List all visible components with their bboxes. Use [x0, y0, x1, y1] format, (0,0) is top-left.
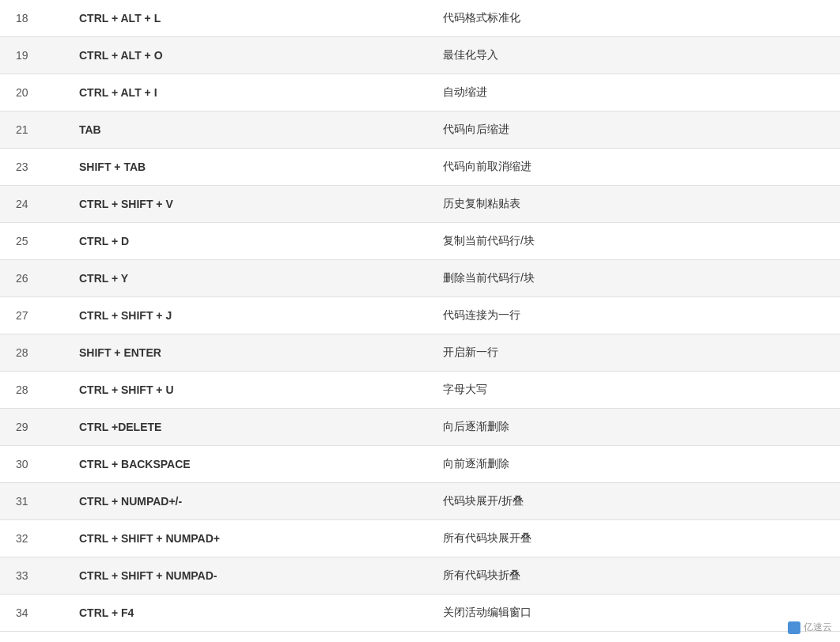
row-number: 28 — [0, 334, 63, 372]
shortcut-key: TAB — [63, 111, 427, 149]
table-row: 18CTRL + ALT + L代码格式标准化 — [0, 0, 840, 37]
row-number: 33 — [0, 557, 63, 595]
row-number: 30 — [0, 446, 63, 483]
table-row: 20CTRL + ALT + I自动缩进 — [0, 74, 840, 111]
table-row: 30CTRL + BACKSPACE向前逐渐删除 — [0, 446, 840, 483]
shortcut-description: 向前逐渐删除 — [427, 446, 840, 483]
shortcut-description: 所有代码块展开叠 — [427, 520, 840, 557]
table-row: 33CTRL + SHIFT + NUMPAD-所有代码块折叠 — [0, 557, 840, 595]
row-number: 32 — [0, 520, 63, 557]
table-row: 21TAB代码向后缩进 — [0, 111, 840, 149]
main-container: 18CTRL + ALT + L代码格式标准化19CTRL + ALT + O最… — [0, 0, 840, 642]
shortcut-description: 复制当前代码行/块 — [427, 223, 840, 260]
shortcut-key: CTRL + NUMPAD+/- — [63, 483, 427, 520]
table-row: 28CTRL + SHIFT + U字母大写 — [0, 372, 840, 409]
shortcut-description: 代码块展开/折叠 — [427, 483, 840, 520]
table-row: 27CTRL + SHIFT + J代码连接为一行 — [0, 297, 840, 334]
table-row: 19CTRL + ALT + O最佳化导入 — [0, 37, 840, 74]
table-row: 26CTRL + Y删除当前代码行/块 — [0, 260, 840, 297]
shortcut-key: SHIFT + ENTER — [63, 334, 427, 372]
row-number: 28 — [0, 372, 63, 409]
shortcut-key: CTRL + ALT + I — [63, 74, 427, 111]
shortcut-key: CTRL + D — [63, 223, 427, 260]
shortcut-description: 历史复制粘贴表 — [427, 186, 840, 223]
shortcut-key: CTRL + Y — [63, 260, 427, 297]
shortcut-key: CTRL + SHIFT + NUMPAD+ — [63, 520, 427, 557]
row-number: 19 — [0, 37, 63, 74]
row-number: 26 — [0, 260, 63, 297]
table-row: 25CTRL + D复制当前代码行/块 — [0, 223, 840, 260]
table-row: 28SHIFT + ENTER开启新一行 — [0, 334, 840, 372]
shortcut-description: 最佳化导入 — [427, 37, 840, 74]
shortcut-key: CTRL + BACKSPACE — [63, 446, 427, 483]
shortcut-description: 删除当前代码行/块 — [427, 260, 840, 297]
shortcut-key: CTRL +DELETE — [63, 409, 427, 446]
shortcut-description: 代码连接为一行 — [427, 297, 840, 334]
row-number: 20 — [0, 74, 63, 111]
shortcut-description: 代码向后缩进 — [427, 111, 840, 149]
row-number: 24 — [0, 186, 63, 223]
row-number: 18 — [0, 0, 63, 37]
shortcuts-table: 18CTRL + ALT + L代码格式标准化19CTRL + ALT + O最… — [0, 0, 840, 632]
row-number: 23 — [0, 149, 63, 186]
shortcut-key: CTRL + F4 — [63, 595, 427, 632]
shortcut-description: 字母大写 — [427, 372, 840, 409]
shortcut-description: 开启新一行 — [427, 334, 840, 372]
shortcut-key: CTRL + SHIFT + J — [63, 297, 427, 334]
logo-icon — [788, 621, 800, 634]
shortcut-key: CTRL + SHIFT + U — [63, 372, 427, 409]
row-number: 27 — [0, 297, 63, 334]
row-number: 34 — [0, 595, 63, 632]
shortcut-key: CTRL + SHIFT + V — [63, 186, 427, 223]
logo-text: 亿速云 — [804, 621, 832, 634]
shortcut-description: 自动缩进 — [427, 74, 840, 111]
shortcut-description: 关闭活动编辑窗口 — [427, 595, 840, 632]
shortcut-key: CTRL + ALT + O — [63, 37, 427, 74]
shortcut-description: 代码格式标准化 — [427, 0, 840, 37]
shortcut-description: 向后逐渐删除 — [427, 409, 840, 446]
table-row: 31CTRL + NUMPAD+/-代码块展开/折叠 — [0, 483, 840, 520]
shortcut-description: 代码向前取消缩进 — [427, 149, 840, 186]
shortcut-key: SHIFT + TAB — [63, 149, 427, 186]
shortcut-key: CTRL + ALT + L — [63, 0, 427, 37]
row-number: 21 — [0, 111, 63, 149]
table-row: 32CTRL + SHIFT + NUMPAD+所有代码块展开叠 — [0, 520, 840, 557]
row-number: 25 — [0, 223, 63, 260]
shortcut-key: CTRL + SHIFT + NUMPAD- — [63, 557, 427, 595]
table-row: 29CTRL +DELETE向后逐渐删除 — [0, 409, 840, 446]
row-number: 29 — [0, 409, 63, 446]
table-row: 34CTRL + F4关闭活动编辑窗口 — [0, 595, 840, 632]
row-number: 31 — [0, 483, 63, 520]
shortcut-description: 所有代码块折叠 — [427, 557, 840, 595]
table-row: 24CTRL + SHIFT + V历史复制粘贴表 — [0, 186, 840, 223]
table-row: 23SHIFT + TAB代码向前取消缩进 — [0, 149, 840, 186]
footer-logo: 亿速云 — [788, 621, 832, 634]
